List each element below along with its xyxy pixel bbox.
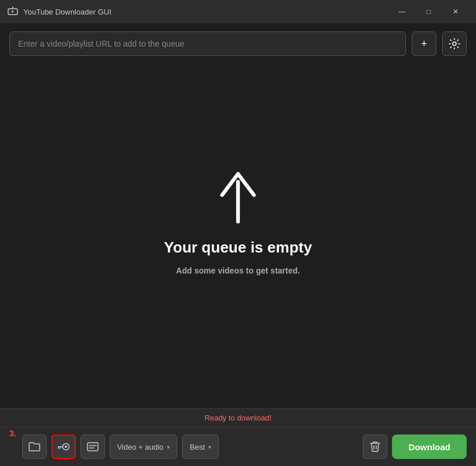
quality-selector[interactable]: Best ▾ [182,435,219,459]
url-bar-area: + [0,23,476,64]
svg-point-4 [453,42,456,45]
format-label: Video + audio [117,443,164,451]
titlebar: YouTube Downloader GUI — □ ✕ [0,0,476,23]
svg-point-3 [12,6,13,8]
add-url-button[interactable]: + [412,31,436,56]
key-button[interactable] [51,435,76,459]
url-input[interactable] [9,31,406,56]
toolbar: 3. Video + a [0,428,476,466]
svg-rect-11 [88,443,98,451]
svg-marker-1 [12,10,14,13]
titlebar-controls: — □ ✕ [388,2,469,21]
subtitles-button[interactable] [80,435,105,459]
app-icon [7,6,19,17]
empty-queue-arrow-icon [215,169,261,229]
empty-queue-subtitle: Add some videos to get started. [176,266,300,275]
maximize-button[interactable]: □ [415,2,442,21]
titlebar-left: YouTube Downloader GUI [7,6,111,17]
app-title: YouTube Downloader GUI [23,8,111,16]
quality-label: Best [190,443,205,451]
format-arrow-icon: ▾ [167,444,170,450]
step-label: 3. [9,429,16,438]
download-button[interactable]: Download [392,435,467,459]
bottom-bar: Ready to download! 3. [0,408,476,466]
trash-button[interactable] [363,435,387,459]
svg-point-10 [65,446,67,448]
minimize-button[interactable]: — [388,2,415,21]
format-selector[interactable]: Video + audio ▾ [110,435,178,459]
close-button[interactable]: ✕ [442,2,469,21]
status-bar: Ready to download! [0,409,476,428]
main-content: Your queue is empty Add some videos to g… [0,64,476,379]
empty-queue-title: Your queue is empty [164,239,312,257]
quality-arrow-icon: ▾ [208,444,211,450]
settings-button[interactable] [442,31,467,56]
folder-button[interactable] [22,435,47,459]
